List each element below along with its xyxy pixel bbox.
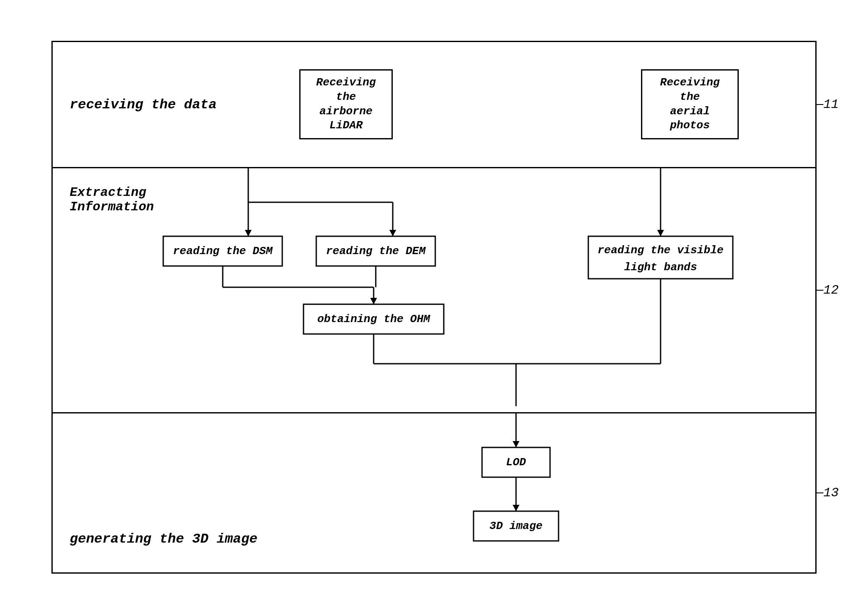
section-12-svg: reading the DSM reading the DEM obtainin… [53,168,818,406]
svg-text:reading the DSM: reading the DSM [173,245,273,257]
box-aerial: Receiving theaerial photos [641,69,739,139]
svg-text:reading the visible: reading the visible [598,244,723,257]
svg-marker-31 [513,505,519,511]
section-11-ref: —11 [816,97,839,112]
section-13-ref: —13 [816,486,839,500]
section-13: generating the 3D image —13 LOD 3D image [51,412,817,574]
section-12: ExtractingInformation —12 reading the DS… [51,167,817,413]
section-11-label: receiving the data [70,96,217,112]
section-13-svg: LOD 3D image [53,413,818,566]
svg-marker-13 [370,298,377,304]
section-12-ref: —12 [816,283,839,297]
box-lidar: Receiving theairborne LiDAR [299,69,393,139]
svg-text:3D image: 3D image [490,520,543,532]
svg-marker-24 [245,230,252,236]
svg-text:reading the DEM: reading the DEM [326,245,426,257]
svg-text:LOD: LOD [506,456,526,469]
diagram-wrapper: receiving the data Receiving theairborne… [51,41,817,574]
svg-marker-27 [513,441,519,447]
box-lidar-text: Receiving theairborne LiDAR [316,76,376,132]
svg-text:obtaining the OHM: obtaining the OHM [317,313,431,325]
svg-marker-25 [389,230,396,236]
svg-text:light bands: light bands [624,261,697,274]
svg-marker-20 [657,230,664,236]
box-aerial-text: Receiving theaerial photos [660,76,720,132]
section-11: receiving the data Receiving theairborne… [51,41,817,168]
